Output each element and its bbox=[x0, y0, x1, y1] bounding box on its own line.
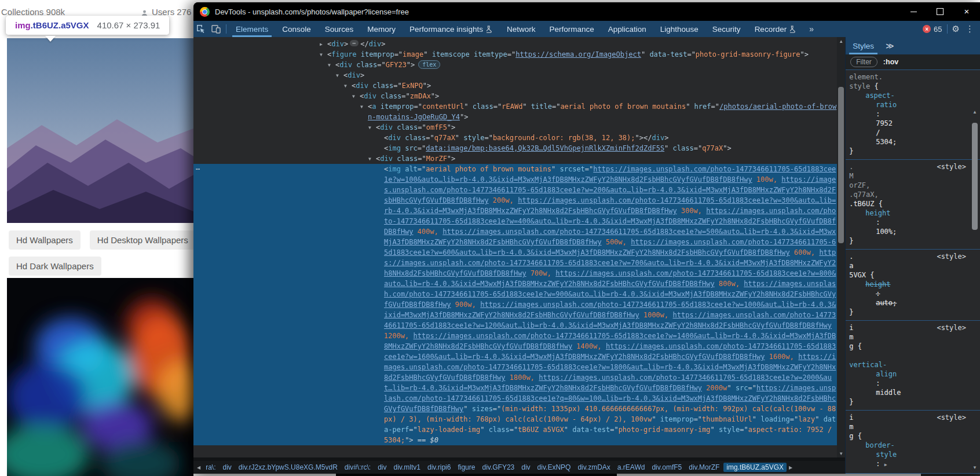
elements-scrollbar[interactable]: ▲ ▼ bbox=[837, 37, 845, 457]
flex-badge[interactable]: flex bbox=[418, 60, 440, 69]
tab-security[interactable]: Security bbox=[705, 21, 748, 37]
breadcrumb-item[interactable]: div.zmDAx bbox=[575, 463, 613, 472]
css-rules-list[interactable]: element.style {aspect-ratio:7952/5304;}<… bbox=[846, 70, 980, 474]
css-rule[interactable]: <style>.MorZF,.q77aX,.tB6UZ {height:100%… bbox=[846, 160, 980, 250]
scroll-down-icon[interactable]: ▼ bbox=[837, 449, 845, 457]
breadcrumb-item[interactable]: div.MorZF bbox=[686, 463, 722, 472]
breadcrumb-item[interactable]: div.GFY23 bbox=[479, 463, 517, 472]
breadcrumb-item[interactable]: div bbox=[375, 463, 389, 472]
devtools-titlebar[interactable]: DevTools - unsplash.com/s/photos/wallpap… bbox=[193, 2, 980, 21]
expand-arrow-icon[interactable]: ▶ bbox=[320, 39, 323, 50]
tab-network[interactable]: Network bbox=[500, 21, 543, 37]
devtools-menu-icon[interactable]: ⋮ bbox=[964, 24, 975, 34]
dom-node[interactable]: ▼<div> bbox=[193, 70, 845, 80]
breadcrumb-item[interactable]: div.ExNPQ bbox=[535, 463, 574, 472]
breadcrumb-item[interactable]: div#\:rc\: bbox=[342, 463, 374, 472]
tag-hd-desktop-wallpapers[interactable]: Hd Desktop Wallpapers bbox=[90, 230, 196, 250]
collapse-arrow-icon[interactable]: ▼ bbox=[352, 91, 355, 102]
breadcrumb-item[interactable]: div.rJ2xz.bYpwS.U8eXG.M5vdR bbox=[236, 463, 341, 472]
tab-application[interactable]: Application bbox=[601, 21, 653, 37]
tab-elements[interactable]: Elements bbox=[229, 21, 275, 37]
breadcrumb-item[interactable]: ra\: bbox=[203, 463, 218, 472]
breadcrumb-item[interactable]: div.ripi6 bbox=[425, 463, 454, 472]
tab-performance-insights[interactable]: Performance insights bbox=[403, 21, 500, 37]
maximize-button[interactable] bbox=[927, 2, 953, 21]
collapse-arrow-icon[interactable]: ▼ bbox=[328, 60, 331, 71]
tab-console[interactable]: Console bbox=[275, 21, 318, 37]
code-segment: div bbox=[380, 155, 393, 163]
more-tabs-button[interactable]: » bbox=[803, 24, 820, 34]
device-toolbar-icon[interactable] bbox=[209, 22, 224, 36]
dom-node[interactable]: <img src="data:image/bmp;base64,Qk32B…Qd… bbox=[193, 143, 845, 153]
dom-node-selected[interactable]: ⋯<img alt="aerial photo of brown moutain… bbox=[193, 164, 845, 445]
breadcrumb-item[interactable]: div.omfF5 bbox=[649, 463, 685, 472]
styles-filter-input[interactable]: Filter bbox=[850, 57, 877, 67]
error-badge[interactable]: × 65 bbox=[923, 25, 942, 34]
tab-recorder[interactable]: Recorder bbox=[748, 21, 804, 37]
tag-hd-dark-wallpapers[interactable]: Hd Dark Wallpapers bbox=[9, 257, 101, 276]
attribute-link[interactable]: data:image/bmp;base64,Qk32B…Qdl5VhGpejnR… bbox=[426, 144, 664, 152]
tab-lighthouse[interactable]: Lighthouse bbox=[653, 21, 705, 37]
css-rule[interactable]: <style>img {border-style: ▶ bbox=[846, 411, 980, 474]
breadcrumb-scroll-right-icon[interactable]: ▶ bbox=[788, 465, 793, 470]
sidebar-more-tabs-icon[interactable]: ≫ bbox=[881, 41, 899, 50]
breadcrumb-scroll-left-icon[interactable]: ◀ bbox=[196, 465, 202, 470]
css-rule[interactable]: <style>img { vertical-align:middle} bbox=[846, 321, 980, 411]
collapse-arrow-icon[interactable]: ▼ bbox=[360, 102, 363, 112]
dom-node[interactable]: ▼<div class="zmDAx"> bbox=[193, 91, 845, 101]
scrollbar-thumb[interactable] bbox=[972, 123, 978, 230]
style-source-link[interactable]: <style> bbox=[937, 323, 966, 332]
breadcrumb-item[interactable]: div bbox=[518, 463, 533, 472]
page-strip bbox=[193, 474, 336, 476]
tab-styles[interactable]: Styles bbox=[846, 37, 881, 54]
scrollbar-thumb[interactable] bbox=[838, 87, 844, 243]
dom-node[interactable]: ▼<div class="omfF5"> bbox=[193, 122, 845, 133]
code-segment: 1800w, bbox=[510, 374, 535, 382]
dom-node[interactable]: <div class="q77aX" style="background-col… bbox=[193, 133, 845, 143]
breadcrumb-item[interactable]: img.tB6UZ.a5VGX bbox=[723, 463, 787, 472]
scroll-up-icon[interactable]: ▲ bbox=[837, 37, 845, 45]
hidden-children-icon[interactable]: ⋯ bbox=[350, 40, 359, 46]
code-segment: " bbox=[664, 144, 672, 152]
collapse-arrow-icon[interactable]: ▼ bbox=[320, 50, 323, 60]
breadcrumb-item[interactable]: div.mltv1 bbox=[391, 463, 423, 472]
collapse-arrow-icon[interactable]: ▼ bbox=[368, 123, 371, 133]
dom-node[interactable]: ▼<div class="MorZF"> bbox=[193, 153, 845, 164]
breadcrumb-item[interactable]: figure bbox=[455, 463, 478, 472]
scroll-up-icon[interactable]: ▲ bbox=[971, 108, 979, 116]
toggle-hover-state-button[interactable]: :hov bbox=[883, 58, 898, 66]
smoke-photo[interactable] bbox=[7, 278, 195, 476]
css-rule[interactable]: element.style {aspect-ratio:7952/5304;} bbox=[846, 70, 980, 160]
minimize-button[interactable] bbox=[900, 2, 927, 21]
breadcrumb-item[interactable]: div bbox=[220, 463, 235, 472]
styles-scrollbar[interactable]: ▲ ▼ bbox=[971, 108, 979, 471]
dom-node[interactable]: ▼<div class="GFY23">flex bbox=[193, 60, 845, 70]
gutter-menu-icon[interactable]: ⋯ bbox=[196, 164, 200, 174]
breadcrumb-item[interactable]: a.rEAWd bbox=[615, 463, 648, 472]
css-rule-line: .tB6UZ { bbox=[849, 199, 965, 208]
tab-performance[interactable]: Performance bbox=[542, 21, 601, 37]
attribute-link[interactable]: https://schema.org/ImageObject bbox=[515, 50, 641, 58]
dom-node[interactable]: ▶<div>⋯</div> bbox=[193, 39, 845, 49]
css-rule[interactable]: <style>.a5VGX {height:auto;} bbox=[846, 250, 980, 321]
tab-memory[interactable]: Memory bbox=[360, 21, 403, 37]
collapse-arrow-icon[interactable]: ▼ bbox=[368, 154, 371, 164]
settings-gear-icon[interactable]: ⚙ bbox=[952, 24, 960, 34]
collapse-arrow-icon[interactable]: ▼ bbox=[336, 71, 339, 81]
tab-sources[interactable]: Sources bbox=[318, 21, 361, 37]
dom-node[interactable]: ▼<a itemprop="contentUrl" class="rEAWd" … bbox=[193, 101, 845, 122]
style-source-link[interactable]: <style> bbox=[937, 162, 966, 171]
tag-hd-wallpapers[interactable]: Hd Wallpapers bbox=[9, 230, 81, 250]
dom-node[interactable]: ▼<figure itemprop="image" itemscope item… bbox=[193, 49, 845, 60]
code-segment: { bbox=[858, 342, 862, 350]
style-source-link[interactable]: <style> bbox=[937, 252, 966, 261]
close-button[interactable]: × bbox=[953, 2, 980, 21]
dom-node[interactable]: ▼<div class="ExNPQ"> bbox=[193, 80, 845, 91]
scroll-down-icon[interactable]: ▼ bbox=[971, 463, 979, 471]
collapse-arrow-icon[interactable]: ▼ bbox=[344, 81, 347, 91]
style-source-link[interactable]: <style> bbox=[937, 413, 966, 422]
code-segment: photo-grid-masonry-figure bbox=[696, 50, 800, 58]
mountain-photo[interactable] bbox=[7, 38, 195, 223]
inspect-element-icon[interactable] bbox=[193, 22, 209, 36]
dom-tree[interactable]: ▶<div>⋯</div>▼<figure itemprop="image" i… bbox=[193, 37, 845, 457]
